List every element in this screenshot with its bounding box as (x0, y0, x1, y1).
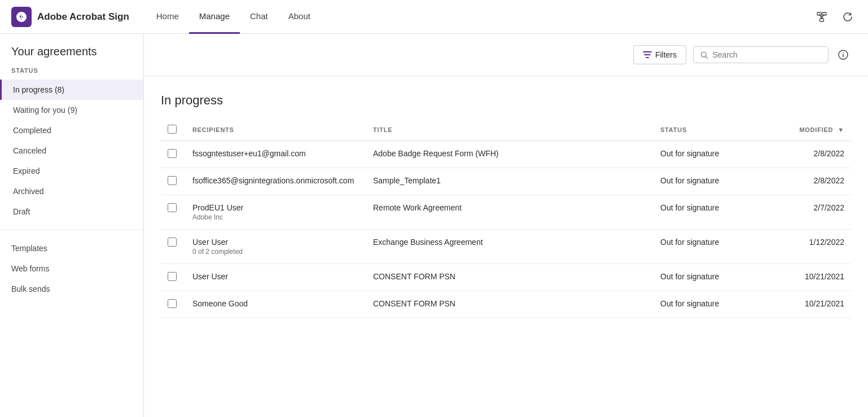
recipient-name: User User (192, 238, 360, 247)
row-status-cell: Out for signature (654, 291, 766, 318)
section-title: In progress (161, 93, 851, 108)
svg-rect-2 (820, 19, 824, 21)
col-header-status: STATUS (654, 119, 766, 141)
search-box (693, 46, 828, 63)
table-row: Someone Good CONSENT FORM PSN Out for si… (161, 291, 851, 318)
filter-icon (643, 50, 652, 59)
table-area: In progress RECIPIENTS TITLE STATUS MODI… (144, 76, 868, 330)
row-recipient-cell: Someone Good (186, 291, 366, 318)
col-header-check (161, 119, 186, 141)
row-modified-cell: 10/21/2021 (766, 264, 851, 291)
recipient-name: Someone Good (192, 299, 360, 308)
search-icon (700, 51, 708, 59)
sidebar-item-web-forms[interactable]: Web forms (0, 258, 143, 279)
info-icon-button[interactable] (835, 47, 851, 63)
row-recipient-cell: User User (186, 264, 366, 291)
svg-point-10 (843, 52, 844, 54)
row-status-cell: Out for signature (654, 195, 766, 230)
nav-home[interactable]: Home (146, 0, 189, 34)
table-row: User User 0 of 2 completed Exchange Busi… (161, 230, 851, 264)
row-status-cell: Out for signature (654, 264, 766, 291)
sidebar-item-draft[interactable]: Draft (0, 201, 143, 222)
row-status-cell: Out for signature (654, 230, 766, 264)
row-recipient-cell: ProdEU1 User Adobe Inc (186, 195, 366, 230)
row-checkbox-2[interactable] (168, 203, 177, 212)
sort-desc-icon: ▼ (838, 126, 844, 133)
top-navigation: Adobe Acrobat Sign Home Manage Chat Abou… (0, 0, 868, 34)
row-recipient-cell: User User 0 of 2 completed (186, 230, 366, 264)
brand-name: Adobe Acrobat Sign (37, 11, 129, 23)
nav-about[interactable]: About (278, 0, 321, 34)
sidebar-item-expired[interactable]: Expired (0, 161, 143, 181)
col-header-modified[interactable]: MODIFIED ▼ (766, 119, 851, 141)
row-recipient-cell: fsoffice365@signintegrations.onmicrosoft… (186, 168, 366, 195)
sidebar-item-in-progress[interactable]: In progress (8) (0, 80, 143, 100)
search-input[interactable] (713, 50, 822, 59)
sidebar-item-templates[interactable]: Templates (0, 238, 143, 258)
row-modified-cell: 1/12/2022 (766, 230, 851, 264)
recipient-name: ProdEU1 User (192, 203, 360, 212)
table-row: User User CONSENT FORM PSN Out for signa… (161, 264, 851, 291)
row-checkbox-5[interactable] (168, 299, 177, 308)
svg-line-7 (705, 56, 707, 58)
row-title-cell: Sample_Template1 (366, 168, 654, 195)
row-check-cell (161, 141, 186, 168)
brand: Adobe Acrobat Sign (11, 7, 129, 27)
main-content: Your agreements Filters (144, 34, 868, 417)
share-icon-button[interactable] (813, 8, 831, 26)
table-header-row: RECIPIENTS TITLE STATUS MODIFIED ▼ (161, 119, 851, 141)
recipient-name: fssogntestuser+eu1@gmail.com (192, 149, 360, 158)
sidebar-item-bulk-sends[interactable]: Bulk sends (0, 279, 143, 299)
row-check-cell (161, 195, 186, 230)
sidebar-page-title: Your agreements (11, 45, 132, 58)
page-header: Your agreements Filters (144, 34, 868, 76)
nav-links: Home Manage Chat About (146, 0, 321, 34)
status-heading: STATUS (0, 67, 143, 80)
sidebar-divider (0, 230, 143, 230)
col-header-recipients: RECIPIENTS (186, 119, 366, 141)
agreements-table: RECIPIENTS TITLE STATUS MODIFIED ▼ (161, 119, 851, 318)
row-check-cell (161, 264, 186, 291)
sidebar-item-archived[interactable]: Archived (0, 181, 143, 201)
row-checkbox-3[interactable] (168, 238, 177, 247)
sidebar-item-canceled[interactable]: Canceled (0, 141, 143, 161)
row-check-cell (161, 168, 186, 195)
filters-button[interactable]: Filters (633, 45, 686, 64)
row-checkbox-0[interactable] (168, 149, 177, 158)
header-actions: Filters (633, 45, 851, 64)
row-recipient-cell: fssogntestuser+eu1@gmail.com (186, 141, 366, 168)
row-title-cell: Remote Work Agreement (366, 195, 654, 230)
row-check-cell (161, 291, 186, 318)
recipient-sub: Adobe Inc (192, 213, 360, 221)
table-row: fssogntestuser+eu1@gmail.com Adobe Badge… (161, 141, 851, 168)
row-modified-cell: 10/21/2021 (766, 291, 851, 318)
info-icon (838, 50, 848, 60)
app-body: Your agreements STATUS In progress (8) W… (0, 34, 868, 417)
nav-chat[interactable]: Chat (240, 0, 278, 34)
row-modified-cell: 2/8/2022 (766, 168, 851, 195)
row-status-cell: Out for signature (654, 168, 766, 195)
topnav-right (813, 8, 857, 26)
row-checkbox-1[interactable] (168, 176, 177, 185)
table-row: ProdEU1 User Adobe Inc Remote Work Agree… (161, 195, 851, 230)
brand-icon (11, 7, 32, 27)
recipient-sub: 0 of 2 completed (192, 248, 360, 256)
row-title-cell: CONSENT FORM PSN (366, 264, 654, 291)
refresh-icon-button[interactable] (839, 8, 857, 26)
sidebar-item-completed[interactable]: Completed (0, 120, 143, 141)
recipient-name: User User (192, 272, 360, 281)
row-check-cell (161, 230, 186, 264)
recipient-name: fsoffice365@signintegrations.onmicrosoft… (192, 176, 360, 185)
row-checkbox-4[interactable] (168, 272, 177, 281)
nav-manage[interactable]: Manage (189, 0, 240, 34)
row-status-cell: Out for signature (654, 141, 766, 168)
row-modified-cell: 2/8/2022 (766, 141, 851, 168)
select-all-checkbox[interactable] (168, 125, 177, 134)
table-row: fsoffice365@signintegrations.onmicrosoft… (161, 168, 851, 195)
sidebar-item-waiting-for-you[interactable]: Waiting for you (9) (0, 100, 143, 120)
sidebar: Your agreements STATUS In progress (8) W… (0, 34, 144, 417)
filters-label: Filters (655, 50, 677, 59)
row-title-cell: Exchange Business Agreement (366, 230, 654, 264)
table-body: fssogntestuser+eu1@gmail.com Adobe Badge… (161, 141, 851, 318)
row-title-cell: Adobe Badge Request Form (WFH) (366, 141, 654, 168)
